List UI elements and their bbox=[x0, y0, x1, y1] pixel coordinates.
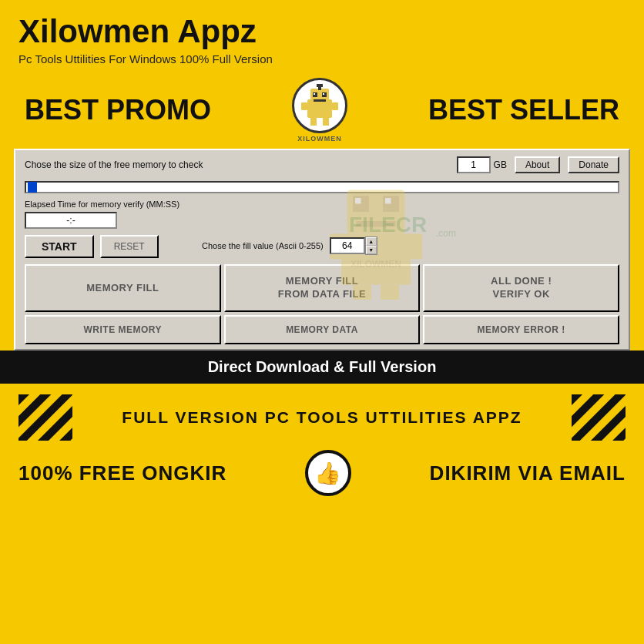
bottom-strip-text: Direct Download & Full Version bbox=[0, 358, 644, 376]
btn-row: START RESET bbox=[25, 235, 194, 258]
donate-button[interactable]: Donate bbox=[568, 156, 619, 173]
footer-right: DIKIRIM VIA EMAIL bbox=[430, 461, 626, 485]
about-button[interactable]: About bbox=[515, 156, 560, 173]
svg-rect-22 bbox=[353, 285, 371, 300]
svg-rect-12 bbox=[317, 84, 323, 87]
footer-left: 100% FREE ONGKIR bbox=[18, 461, 226, 485]
memory-data-button[interactable]: MEMORY DATA bbox=[224, 315, 421, 344]
svg-rect-8 bbox=[332, 102, 338, 110]
footer: FULL VERSION PC TOOLS UTTILITIES APPZ 10… bbox=[0, 384, 644, 504]
app-subtitle: Pc Tools Uttilities For Windows 100% Ful… bbox=[18, 52, 626, 65]
elapsed-label: Elapsed Time for memory verify (MM:SS) bbox=[25, 200, 194, 209]
stripe-left bbox=[18, 394, 72, 441]
spin-buttons: ▲ ▼ bbox=[365, 236, 377, 255]
svg-rect-17 bbox=[385, 198, 391, 204]
svg-rect-29 bbox=[18, 394, 72, 441]
promo-row: BEST PROMO bbox=[0, 78, 644, 143]
logo-center: XILOWMEN bbox=[292, 78, 347, 143]
svg-rect-5 bbox=[323, 93, 324, 95]
fill-label: Chose the fill value (Ascii 0-255) bbox=[202, 241, 324, 250]
svg-rect-6 bbox=[314, 99, 326, 102]
fill-value-row: Chose the fill value (Ascii 0-255) ▲ ▼ bbox=[202, 236, 377, 258]
svg-text:.com: .com bbox=[436, 228, 456, 238]
bottom-strip: Direct Download & Full Version bbox=[0, 351, 644, 384]
spin-down-button[interactable]: ▼ bbox=[366, 246, 377, 254]
footer-row2: 100% FREE ONGKIR 👍 DIKIRIM VIA EMAIL bbox=[18, 450, 626, 496]
svg-text:XILOWMEN: XILOWMEN bbox=[351, 259, 401, 270]
app-window: Chose the size of the free memory to che… bbox=[14, 149, 630, 351]
footer-row1: FULL VERSION PC TOOLS UTTILITIES APPZ bbox=[72, 408, 572, 427]
reset-button[interactable]: RESET bbox=[100, 235, 159, 258]
stripe-left-icon bbox=[18, 394, 72, 441]
header: Xilowmen Appz Pc Tools Uttilities For Wi… bbox=[0, 0, 644, 73]
left-panel: Elapsed Time for memory verify (MM:SS) S… bbox=[25, 200, 194, 258]
middle-section: Elapsed Time for memory verify (MM:SS) S… bbox=[15, 195, 629, 261]
svg-rect-9 bbox=[310, 118, 317, 126]
svg-rect-10 bbox=[323, 118, 329, 126]
spin-up-button[interactable]: ▲ bbox=[366, 237, 377, 246]
memory-label: Chose the size of the free memory to che… bbox=[25, 159, 449, 170]
svg-rect-4 bbox=[314, 93, 315, 95]
svg-rect-23 bbox=[381, 285, 399, 300]
slider-thumb bbox=[28, 182, 37, 193]
promo-right: BEST SELLER bbox=[422, 91, 626, 129]
svg-rect-7 bbox=[301, 102, 307, 110]
fill-value-input[interactable] bbox=[330, 237, 365, 254]
logo-circle bbox=[292, 78, 347, 133]
memory-fill-button[interactable]: MEMORY FILL bbox=[25, 264, 221, 312]
start-button[interactable]: START bbox=[25, 235, 94, 258]
svg-rect-18 bbox=[357, 221, 396, 227]
write-memory-button[interactable]: WRITE MEMORY bbox=[25, 315, 221, 344]
all-done-button[interactable]: ALL DONE !VERIFY OK bbox=[423, 264, 619, 312]
memory-input-group: GB bbox=[457, 156, 507, 173]
svg-rect-16 bbox=[355, 198, 361, 204]
thumbs-up-icon: 👍 bbox=[305, 450, 351, 496]
memory-error-button[interactable]: MEMORY ERROR ! bbox=[423, 315, 619, 344]
memory-input[interactable] bbox=[457, 156, 491, 173]
fill-input-group: ▲ ▼ bbox=[330, 236, 377, 255]
stripe-right bbox=[572, 394, 626, 441]
right-panel: XILOWMEN FILECR .com Chose the fill valu… bbox=[202, 200, 619, 258]
status-grid-2: WRITE MEMORY MEMORY DATA MEMORY ERROR ! bbox=[15, 315, 629, 349]
memory-unit: GB bbox=[494, 159, 507, 170]
promo-left: BEST PROMO bbox=[18, 91, 217, 129]
stripe-right-icon bbox=[572, 394, 626, 441]
app-title: Xilowmen Appz bbox=[18, 14, 626, 49]
footer-top: FULL VERSION PC TOOLS UTTILITIES APPZ bbox=[18, 394, 626, 441]
app-controls: Chose the size of the free memory to che… bbox=[15, 150, 629, 179]
elapsed-input[interactable] bbox=[25, 212, 117, 229]
logo-mascot-icon bbox=[297, 82, 343, 129]
svg-rect-30 bbox=[572, 394, 626, 441]
logo-text: XILOWMEN bbox=[297, 135, 342, 143]
